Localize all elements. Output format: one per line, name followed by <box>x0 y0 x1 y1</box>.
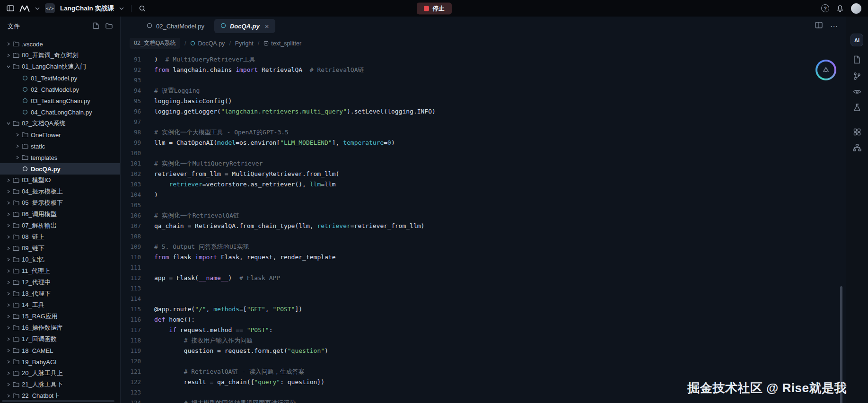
code-line[interactable]: # 把大模型的回答结果返回网页进行渲染 <box>154 398 846 403</box>
breadcrumb-item[interactable]: text_splitter <box>263 40 301 47</box>
tree-folder-19_BabyAGI[interactable]: 19_BabyAGI <box>0 356 120 368</box>
code-line[interactable]: retriever_from_llm = MultiQueryRetriever… <box>154 169 846 179</box>
code-line[interactable]: logging.basicConfig() <box>154 96 846 106</box>
code-line[interactable]: # 实例化一个MultiQueryRetriever <box>154 158 846 169</box>
right-toolbar: AI <box>846 17 868 403</box>
split-editor-icon[interactable] <box>815 22 823 30</box>
code-line[interactable]: qa_chain = RetrievalQA.from_chain_type(l… <box>154 221 846 231</box>
tree-folder-01_LangChain快速入门[interactable]: 01_LangChain快速入门 <box>0 61 120 72</box>
help-icon[interactable]: ? <box>821 4 829 12</box>
tree-folder-20_人脉工具上[interactable]: 20_人脉工具上 <box>0 368 120 379</box>
git-branch-icon[interactable] <box>853 72 861 80</box>
code-line[interactable]: # 接收用户输入作为问题 <box>154 335 846 346</box>
tab-02-chatmodel-py[interactable]: 02_ChatModel.py <box>140 19 210 33</box>
code-line[interactable]: # 5. Output 问答系统的UI实现 <box>154 242 846 252</box>
code-surface[interactable]: ) # MultiQueryRetriever工具from langchain.… <box>154 54 846 403</box>
tree-folder-02_文档QA系统[interactable]: 02_文档QA系统 <box>0 118 120 129</box>
tree-file-DocQA.py[interactable]: DocQA.py <box>0 163 120 175</box>
new-file-icon[interactable] <box>93 22 99 31</box>
chevron-right-icon <box>5 383 12 386</box>
chevron-down-icon[interactable] <box>35 7 40 10</box>
tree-folder-templates[interactable]: templates <box>0 152 120 163</box>
workspace-icon[interactable]: </> <box>45 3 55 13</box>
tree-folder-14_工具[interactable]: 14_工具 <box>0 299 120 311</box>
code-line[interactable] <box>154 200 846 210</box>
folder-icon <box>12 257 20 263</box>
eye-icon[interactable] <box>853 88 861 95</box>
tree-folder-10_记忆[interactable]: 10_记忆 <box>0 254 120 265</box>
code-line[interactable]: def home(): <box>154 315 846 325</box>
code-line[interactable]: from flask import Flask, request, render… <box>154 252 846 263</box>
code-line[interactable]: from langchain.chains import RetrievalQA… <box>154 65 846 75</box>
code-line[interactable] <box>154 148 846 158</box>
code-line[interactable]: question = request.form.get("question") <box>154 346 846 356</box>
code-line[interactable]: retriever=vectorstore.as_retriever(), ll… <box>154 179 846 190</box>
breadcrumb-item[interactable]: DocQA.py <box>190 40 225 47</box>
tree-file-03_TextLangChain.py[interactable]: 03_TextLangChain.py <box>0 95 120 106</box>
structure-icon[interactable] <box>853 144 861 151</box>
line-number: 93 <box>121 75 141 86</box>
tree-folder-08_链上[interactable]: 08_链上 <box>0 231 120 243</box>
code-line[interactable]: # 设置Logging <box>154 86 846 96</box>
search-icon[interactable] <box>139 5 146 12</box>
code-line[interactable] <box>154 283 846 294</box>
tree-folder-04_提示模板上[interactable]: 04_提示模板上 <box>0 186 120 197</box>
notifications-bell-icon[interactable] <box>836 5 844 12</box>
code-line[interactable]: logging.getLogger("langchain.retrievers.… <box>154 106 846 117</box>
window-layout-icon[interactable] <box>7 5 14 11</box>
stop-button[interactable]: 停止 <box>417 2 452 14</box>
code-editor[interactable]: 9192939495969798991001011021031041051061… <box>121 51 846 403</box>
code-line[interactable] <box>154 294 846 304</box>
tree-folder-static[interactable]: static <box>0 140 120 152</box>
tree-file-02_ChatModel.py[interactable]: 02_ChatModel.py <box>0 84 120 95</box>
code-line[interactable] <box>154 117 846 127</box>
tree-folder-15_RAG应用[interactable]: 15_RAG应用 <box>0 311 120 322</box>
code-line[interactable]: # 实例化一个大模型工具 - OpenAI的GPT-3.5 <box>154 127 846 138</box>
tree-file-01_TextModel.py[interactable]: 01_TextModel.py <box>0 72 120 84</box>
tree-folder-09_链下[interactable]: 09_链下 <box>0 243 120 254</box>
tree-folder-18_CAMEL[interactable]: 18_CAMEL <box>0 345 120 356</box>
notebook-icon[interactable] <box>853 55 860 64</box>
code-line[interactable]: if request.method == "POST": <box>154 325 846 335</box>
tree-folder-03_模型IO[interactable]: 03_模型IO <box>0 175 120 186</box>
tree-folder-11_代理上[interactable]: 11_代理上 <box>0 265 120 277</box>
tree-folder-12_代理中[interactable]: 12_代理中 <box>0 277 120 288</box>
code-line[interactable]: @app.route("/", methods=["GET", "POST"]) <box>154 304 846 315</box>
code-line[interactable]: # RetrievalQA链 - 读入问题，生成答案 <box>154 367 846 377</box>
tree-file-04_ChatLongChain.py[interactable]: 04_ChatLongChain.py <box>0 106 120 118</box>
folder-icon <box>12 41 20 47</box>
workspace-name[interactable]: LangChain 实战课 <box>60 4 114 13</box>
code-line[interactable] <box>154 263 846 273</box>
more-options-icon[interactable]: ⋯ <box>830 22 838 31</box>
tree-folder-17_回调函数[interactable]: 17_回调函数 <box>0 333 120 345</box>
chevron-down-icon[interactable] <box>119 7 124 10</box>
code-line[interactable] <box>154 231 846 242</box>
code-line[interactable]: ) # MultiQueryRetriever工具 <box>154 54 846 65</box>
tree-folder-OneFlower[interactable]: OneFlower <box>0 129 120 140</box>
tree-folder-21_人脉工具下[interactable]: 21_人脉工具下 <box>0 379 120 390</box>
breadcrumb-item[interactable]: 02_文档QA系统 <box>130 38 180 49</box>
sidebar-horizontal-scrollbar[interactable] <box>2 400 114 402</box>
code-line[interactable] <box>154 75 846 86</box>
code-line[interactable] <box>154 356 846 367</box>
ai-assistant-button[interactable]: AI <box>850 34 863 46</box>
tree-folder-00_开篇词_奇点时刻[interactable]: 00_开篇词_奇点时刻 <box>0 50 120 61</box>
app-logo[interactable] <box>19 5 30 12</box>
code-line[interactable]: llm = ChatOpenAI(model=os.environ["LLM_M… <box>154 138 846 148</box>
tree-folder-16_操作数据库[interactable]: 16_操作数据库 <box>0 322 120 333</box>
tree-folder-05_提示模板下[interactable]: 05_提示模板下 <box>0 197 120 209</box>
tree-folder-06_调用模型[interactable]: 06_调用模型 <box>0 209 120 220</box>
new-folder-icon[interactable] <box>105 22 113 31</box>
grid-icon[interactable] <box>853 128 861 136</box>
user-avatar[interactable] <box>851 3 861 14</box>
breadcrumb-item[interactable]: Pyright <box>235 40 254 47</box>
tab-docqa-py[interactable]: DocQA.py × <box>214 19 275 33</box>
code-line[interactable]: ) <box>154 190 846 200</box>
code-line[interactable]: app = Flask(__name__) # Flask APP <box>154 273 846 283</box>
tree-folder-07_解析输出[interactable]: 07_解析输出 <box>0 220 120 231</box>
flask-icon[interactable] <box>853 103 861 112</box>
tree-folder-13_代理下[interactable]: 13_代理下 <box>0 288 120 299</box>
close-icon[interactable]: × <box>265 23 269 30</box>
tree-folder-.vscode[interactable]: .vscode <box>0 38 120 50</box>
code-line[interactable]: # 实例化一个RetrievalQA链 <box>154 210 846 221</box>
